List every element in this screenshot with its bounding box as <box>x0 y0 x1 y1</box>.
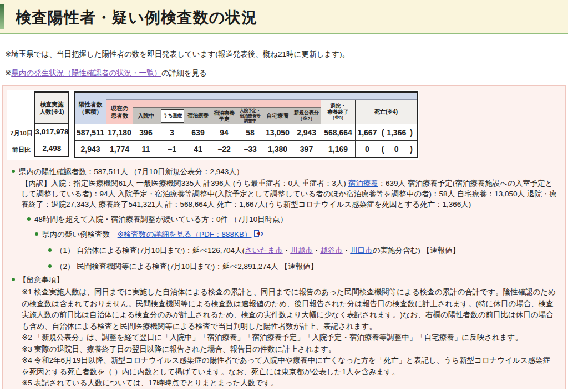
table-row-current: 587,511 17,180 396 3 639 94 58 13,050 2,… <box>75 124 417 140</box>
cell-adjusting: 58 <box>237 124 263 140</box>
tests-conducted-table: 検査実施 人数(※1) 3,017,978 2,498 <box>34 91 69 157</box>
remarks-notes: ※1 検査実施人数は、同日までに実施した自治体による検査の累計と、同日までに報告… <box>22 287 557 389</box>
table-row-labels: 7月10日 前日比 <box>8 91 34 158</box>
cell-newly-announced-diff: 397 <box>292 141 321 157</box>
note-2: ※2 「新規公表分」は、調整を経て翌日に「入院中」「宿泊療養」「宿泊療養予定」「… <box>22 332 557 344</box>
positives-table: 陽性者数 （累積） 現在の 患者数 入院中 うち重症 <box>74 91 418 158</box>
note-6: ※6 入院中の数については、確保病床に入院中の382人に新型コロナ受入病床以外に… <box>22 389 557 390</box>
header-accent-bar <box>0 4 4 29</box>
header-band-cumulative <box>106 93 417 100</box>
cell-positives-total-diff: 2,943 <box>75 141 106 157</box>
cell-tests-total: 3,017,978 <box>36 124 68 140</box>
note-5: ※5 表記されている人数については、17時時点でとりまとまった人数です。 <box>22 378 557 389</box>
status-table: 7月10日 前日比 検査実施 人数(※1) 3,017,978 2,498 陽性… <box>7 90 419 160</box>
cell-tests-diff: 2,498 <box>36 140 68 156</box>
cell-positives-total: 587,511 <box>75 124 106 140</box>
prefecture-status-link[interactable]: 県内の発生状況（陽性確認者の状況・一覧） <box>11 69 161 77</box>
bullet-icon <box>12 170 15 173</box>
cell-hotel-diff: 41 <box>185 141 211 157</box>
intro-link-line: ※県内の発生状況（陽性確認者の状況・一覧）の詳細を見る <box>5 68 568 78</box>
test-count-pdf-link[interactable]: ※検査数の詳細を見る（PDF：888KB） <box>118 230 252 238</box>
note-4: ※4 令和2年6月19日以降、新型コロナウイルス感染症の陽性者であって入院中や療… <box>22 355 557 378</box>
cell-discharged-diff: 1,169 <box>321 141 356 157</box>
cell-hospitalized: 396 <box>133 124 159 140</box>
col-header-adjusting: 入院予定・ 宿泊療養等 調整中 <box>237 108 263 124</box>
koshigaya-city-link[interactable]: 越谷市 <box>320 246 343 254</box>
col-header-home-recuperation: 自宅療養 <box>263 108 292 124</box>
page-title: 検査陽性者・疑い例検査数の状況 <box>16 7 257 28</box>
cell-hotel: 639 <box>185 124 211 140</box>
col-header-current-patients: 現在の 患者数 <box>106 100 133 124</box>
cell-hospitalized-diff: 11 <box>133 141 159 157</box>
read-aloud-icon[interactable] <box>254 230 263 237</box>
breakdown-paragraph: 【内訳】入院：指定医療機関61人 一般医療機関335人 計396人 (うち最重症… <box>21 178 559 210</box>
kawagoe-city-link[interactable]: 川越市 <box>290 246 313 254</box>
list-item-positives-count: 県内の陽性確認者数：587,511人 （7月10日新規公表分：2,943人） <box>3 167 565 176</box>
col-header-discharged: 退院・ 療養終了 （※3） <box>321 100 356 124</box>
saitama-city-link[interactable]: さいたま市 <box>245 246 283 254</box>
col-header-positives-cumulative: 陽性者数 （累積） <box>75 93 106 124</box>
col-header-deaths: 死亡(※4) <box>356 100 417 124</box>
list-item-suspected-tests: 県内の疑い例検査数 ※検査数の詳細を見る（PDF：888KB） <box>3 230 565 239</box>
col-header-severe: うち重症 <box>161 109 184 123</box>
col-header-hotel-planned: 宿泊療養 予定 <box>211 108 237 124</box>
cell-severe-diff: −1 <box>159 141 185 157</box>
list-item-48hour-adjustment: 48時間を超えて入院・宿泊療養調整が続いている方：0件 （7月10日時点） <box>3 215 565 224</box>
note-3: ※3 実際の退院日、療養終了日の翌日以降に報告された場合、報告日の件数に計上され… <box>22 344 557 355</box>
hotel-recuperation-link[interactable]: 宿泊療養 <box>348 179 378 187</box>
cell-current-patients-diff: 1,774 <box>106 141 133 157</box>
table-row-prev-day-diff: 2,943 1,774 11 −1 41 −22 −33 1,380 397 1… <box>75 140 417 157</box>
list-item-private-tests: （2） 民間検査機関等による検査(7月10日まで)：延べ2,891,274人 【… <box>3 262 565 271</box>
intro-link-prefix: ※ <box>5 69 11 77</box>
list-item-remarks: 【留意事項】 <box>3 275 565 284</box>
page-header: 検査陽性者・疑い例検査数の状況 <box>0 0 568 34</box>
cell-severe: 3 <box>159 124 185 140</box>
note-1: ※1 検査実施人数は、同日までに実施した自治体による検査の累計と、同日までに報告… <box>22 287 557 332</box>
intro-note-text: ※埼玉県では、当日把握した陽性者の数を即日発表しています(報道発表後、概ね21時… <box>5 50 349 58</box>
cell-hotel-planned: 94 <box>211 124 237 140</box>
col-header-hotel-recuperation: 宿泊療養 <box>185 108 211 124</box>
cell-adjusting-diff: −33 <box>237 141 263 157</box>
bullet-icon <box>35 232 38 236</box>
kawaguchi-city-link[interactable]: 川口市 <box>350 246 373 254</box>
intro-link-suffix: の詳細を見る <box>161 69 207 77</box>
status-panel: 7月10日 前日比 検査実施 人数(※1) 3,017,978 2,498 陽性… <box>2 85 566 389</box>
cell-deaths: 1,667 ( 1,366 ) <box>356 124 417 140</box>
summary-list: 県内の陽性確認者数：587,511人 （7月10日新規公表分：2,943人） 【… <box>3 167 565 284</box>
positives-table-header: 陽性者数 （累積） 現在の 患者数 入院中 うち重症 <box>75 93 417 124</box>
cell-newly-announced: 2,943 <box>292 124 321 140</box>
row-label-prev-day-diff: 前日比 <box>8 141 34 158</box>
col-header-newly-announced: 新規公表分 （※2） <box>292 108 321 124</box>
list-item-municipal-tests: （1） 自治体による検査(7月10日まで)：延べ126,704人(さいたま市・川… <box>3 246 565 255</box>
row-label-date: 7月10日 <box>8 125 34 141</box>
intro-note: ※埼玉県では、当日把握した陽性者の数を即日発表しています(報道発表後、概ね21時… <box>5 49 568 59</box>
bullet-icon <box>48 264 52 268</box>
cell-discharged: 568,664 <box>321 124 356 140</box>
cell-deaths-diff: 0 ( 0 ) <box>356 141 417 157</box>
col-header-tests-conducted: 検査実施 人数(※1) <box>36 93 68 124</box>
bullet-icon <box>48 248 52 252</box>
cell-hotel-planned-diff: −22 <box>211 141 237 157</box>
bullet-icon <box>12 278 15 281</box>
bullet-icon <box>27 217 31 221</box>
page: 検査陽性者・疑い例検査数の状況 ※埼玉県では、当日把握した陽性者の数を即日発表し… <box>0 0 568 392</box>
cell-home: 13,050 <box>263 124 292 140</box>
cell-current-patients: 17,180 <box>106 124 133 140</box>
header-band-current-patients <box>133 100 321 108</box>
cell-home-diff: 1,380 <box>263 141 292 157</box>
col-header-hospitalized: 入院中 <box>133 108 159 124</box>
